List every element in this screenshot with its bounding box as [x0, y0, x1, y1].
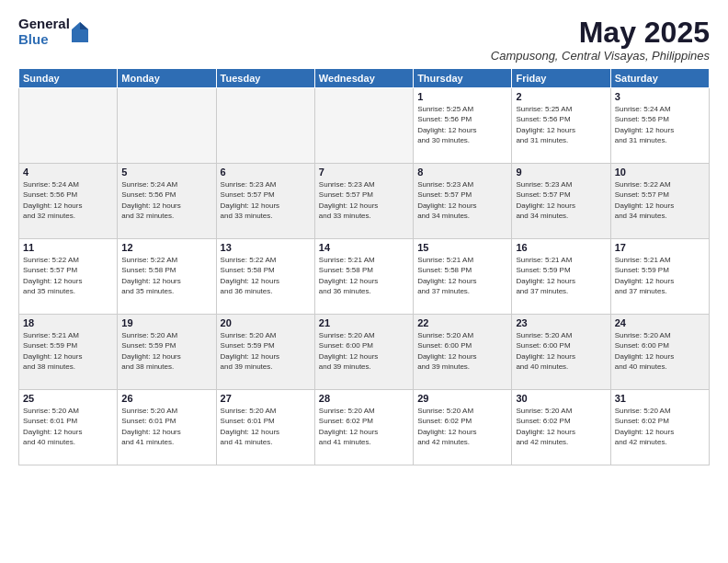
- day-number: 28: [319, 393, 409, 404]
- day-number: 26: [121, 393, 211, 404]
- day-number: 24: [615, 317, 705, 328]
- table-row: [118, 88, 216, 164]
- day-number: 13: [221, 242, 311, 253]
- col-thursday: Thursday: [414, 69, 512, 88]
- table-row: 14Sunrise: 5:21 AM Sunset: 5:58 PM Dayli…: [314, 239, 413, 315]
- day-number: 7: [319, 167, 409, 178]
- table-row: 6Sunrise: 5:23 AM Sunset: 5:57 PM Daylig…: [216, 164, 314, 239]
- col-saturday: Saturday: [610, 69, 709, 88]
- day-info: Sunrise: 5:24 AM Sunset: 5:56 PM Dayligh…: [615, 104, 705, 145]
- day-info: Sunrise: 5:20 AM Sunset: 6:02 PM Dayligh…: [615, 406, 705, 447]
- day-number: 20: [221, 317, 311, 328]
- table-row: [216, 88, 314, 164]
- location-subtitle: Campusong, Central Visayas, Philippines: [491, 49, 710, 63]
- calendar-week-row: 18Sunrise: 5:21 AM Sunset: 5:59 PM Dayli…: [19, 315, 710, 390]
- day-info: Sunrise: 5:20 AM Sunset: 6:01 PM Dayligh…: [121, 406, 211, 447]
- day-info: Sunrise: 5:20 AM Sunset: 6:01 PM Dayligh…: [221, 406, 311, 447]
- title-block: May 2025 Campusong, Central Visayas, Phi…: [491, 17, 710, 63]
- day-number: 22: [417, 317, 507, 328]
- month-year-title: May 2025: [491, 17, 710, 49]
- table-row: 13Sunrise: 5:22 AM Sunset: 5:58 PM Dayli…: [216, 239, 314, 315]
- day-number: 15: [417, 242, 507, 253]
- table-row: 27Sunrise: 5:20 AM Sunset: 6:01 PM Dayli…: [216, 390, 314, 465]
- day-info: Sunrise: 5:20 AM Sunset: 6:00 PM Dayligh…: [319, 330, 409, 372]
- day-number: 5: [121, 167, 211, 178]
- day-number: 14: [319, 242, 409, 253]
- day-info: Sunrise: 5:22 AM Sunset: 5:58 PM Dayligh…: [121, 255, 211, 296]
- day-info: Sunrise: 5:23 AM Sunset: 5:57 PM Dayligh…: [417, 179, 507, 221]
- table-row: [19, 88, 118, 164]
- day-info: Sunrise: 5:20 AM Sunset: 5:59 PM Dayligh…: [121, 330, 211, 372]
- table-row: 9Sunrise: 5:23 AM Sunset: 5:57 PM Daylig…: [512, 164, 610, 239]
- table-row: 23Sunrise: 5:20 AM Sunset: 6:00 PM Dayli…: [512, 315, 610, 390]
- day-info: Sunrise: 5:23 AM Sunset: 5:57 PM Dayligh…: [516, 179, 606, 221]
- day-number: 30: [516, 393, 606, 404]
- day-info: Sunrise: 5:20 AM Sunset: 6:00 PM Dayligh…: [615, 330, 705, 372]
- day-info: Sunrise: 5:24 AM Sunset: 5:56 PM Dayligh…: [121, 179, 211, 221]
- day-info: Sunrise: 5:22 AM Sunset: 5:57 PM Dayligh…: [23, 255, 113, 296]
- day-info: Sunrise: 5:20 AM Sunset: 6:01 PM Dayligh…: [23, 406, 113, 447]
- table-row: 18Sunrise: 5:21 AM Sunset: 5:59 PM Dayli…: [19, 315, 118, 390]
- logo: General Blue: [18, 17, 88, 47]
- day-info: Sunrise: 5:25 AM Sunset: 5:56 PM Dayligh…: [417, 104, 507, 145]
- table-row: 3Sunrise: 5:24 AM Sunset: 5:56 PM Daylig…: [610, 88, 709, 164]
- table-row: 4Sunrise: 5:24 AM Sunset: 5:56 PM Daylig…: [19, 164, 118, 239]
- table-row: 24Sunrise: 5:20 AM Sunset: 6:00 PM Dayli…: [610, 315, 709, 390]
- col-sunday: Sunday: [19, 69, 118, 88]
- day-info: Sunrise: 5:21 AM Sunset: 5:59 PM Dayligh…: [615, 255, 705, 296]
- calendar-week-row: 25Sunrise: 5:20 AM Sunset: 6:01 PM Dayli…: [19, 390, 710, 465]
- day-number: 23: [516, 317, 606, 328]
- day-number: 31: [615, 393, 705, 404]
- day-number: 9: [516, 167, 606, 178]
- table-row: 7Sunrise: 5:23 AM Sunset: 5:57 PM Daylig…: [314, 164, 413, 239]
- day-info: Sunrise: 5:25 AM Sunset: 5:56 PM Dayligh…: [516, 104, 606, 145]
- day-info: Sunrise: 5:24 AM Sunset: 5:56 PM Dayligh…: [23, 179, 113, 221]
- page: General Blue May 2025 Campusong, Central…: [0, 0, 728, 563]
- day-number: 1: [417, 91, 507, 102]
- table-row: 28Sunrise: 5:20 AM Sunset: 6:02 PM Dayli…: [314, 390, 413, 465]
- table-row: 26Sunrise: 5:20 AM Sunset: 6:01 PM Dayli…: [118, 390, 216, 465]
- calendar-week-row: 4Sunrise: 5:24 AM Sunset: 5:56 PM Daylig…: [19, 164, 710, 239]
- day-info: Sunrise: 5:21 AM Sunset: 5:58 PM Dayligh…: [319, 255, 409, 296]
- day-number: 25: [23, 393, 113, 404]
- day-number: 29: [417, 393, 507, 404]
- table-row: 5Sunrise: 5:24 AM Sunset: 5:56 PM Daylig…: [118, 164, 216, 239]
- day-info: Sunrise: 5:22 AM Sunset: 5:58 PM Dayligh…: [221, 255, 311, 296]
- table-row: [314, 88, 413, 164]
- table-row: 20Sunrise: 5:20 AM Sunset: 5:59 PM Dayli…: [216, 315, 314, 390]
- table-row: 17Sunrise: 5:21 AM Sunset: 5:59 PM Dayli…: [610, 239, 709, 315]
- table-row: 31Sunrise: 5:20 AM Sunset: 6:02 PM Dayli…: [610, 390, 709, 465]
- logo-general: General: [18, 17, 70, 32]
- table-row: 10Sunrise: 5:22 AM Sunset: 5:57 PM Dayli…: [610, 164, 709, 239]
- day-info: Sunrise: 5:23 AM Sunset: 5:57 PM Dayligh…: [319, 179, 409, 221]
- day-info: Sunrise: 5:23 AM Sunset: 5:57 PM Dayligh…: [221, 179, 311, 221]
- day-number: 4: [23, 167, 113, 178]
- col-wednesday: Wednesday: [314, 69, 413, 88]
- table-row: 21Sunrise: 5:20 AM Sunset: 6:00 PM Dayli…: [314, 315, 413, 390]
- day-info: Sunrise: 5:20 AM Sunset: 6:00 PM Dayligh…: [516, 330, 606, 372]
- day-info: Sunrise: 5:21 AM Sunset: 5:59 PM Dayligh…: [516, 255, 606, 296]
- day-number: 27: [221, 393, 311, 404]
- table-row: 25Sunrise: 5:20 AM Sunset: 6:01 PM Dayli…: [19, 390, 118, 465]
- day-number: 3: [615, 91, 705, 102]
- day-number: 19: [121, 317, 211, 328]
- day-info: Sunrise: 5:22 AM Sunset: 5:57 PM Dayligh…: [615, 179, 705, 221]
- table-row: 12Sunrise: 5:22 AM Sunset: 5:58 PM Dayli…: [118, 239, 216, 315]
- table-row: 30Sunrise: 5:20 AM Sunset: 6:02 PM Dayli…: [512, 390, 610, 465]
- calendar-header-row: Sunday Monday Tuesday Wednesday Thursday…: [19, 69, 710, 88]
- day-info: Sunrise: 5:20 AM Sunset: 6:02 PM Dayligh…: [417, 406, 507, 447]
- table-row: 8Sunrise: 5:23 AM Sunset: 5:57 PM Daylig…: [414, 164, 512, 239]
- table-row: 1Sunrise: 5:25 AM Sunset: 5:56 PM Daylig…: [414, 88, 512, 164]
- col-monday: Monday: [118, 69, 216, 88]
- calendar-week-row: 11Sunrise: 5:22 AM Sunset: 5:57 PM Dayli…: [19, 239, 710, 315]
- col-friday: Friday: [512, 69, 610, 88]
- col-tuesday: Tuesday: [216, 69, 314, 88]
- table-row: 22Sunrise: 5:20 AM Sunset: 6:00 PM Dayli…: [414, 315, 512, 390]
- table-row: 15Sunrise: 5:21 AM Sunset: 5:58 PM Dayli…: [414, 239, 512, 315]
- day-number: 6: [221, 167, 311, 178]
- day-number: 11: [23, 242, 113, 253]
- day-number: 12: [121, 242, 211, 253]
- logo-blue: Blue: [18, 32, 70, 48]
- page-header: General Blue May 2025 Campusong, Central…: [18, 17, 710, 63]
- day-number: 16: [516, 242, 606, 253]
